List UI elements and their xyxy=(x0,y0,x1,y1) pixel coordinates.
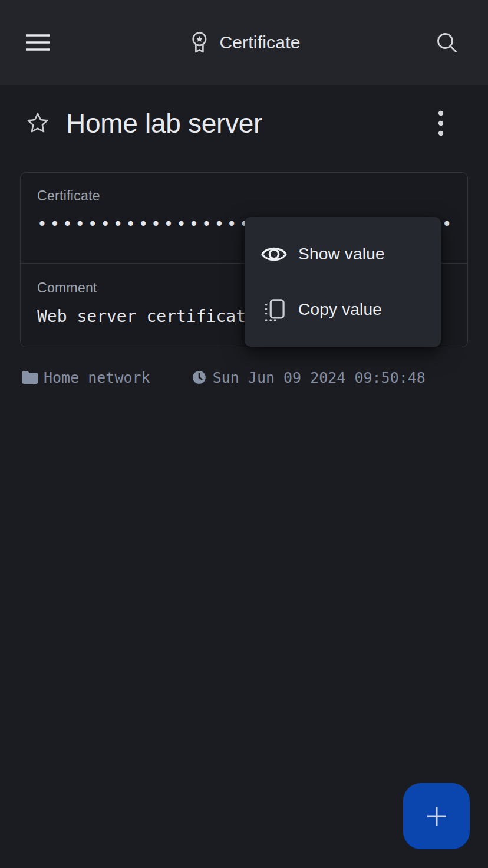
certificate-award-icon xyxy=(187,30,211,55)
certificate-field-label: Certificate xyxy=(37,187,451,205)
favorite-star-button[interactable] xyxy=(25,110,51,136)
timestamp-chip: Sun Jun 09 2024 09:50:48 xyxy=(192,369,426,386)
entry-meta-row: Home network Sun Jun 09 2024 09:50:48 xyxy=(21,366,469,389)
entry-title: Home lab server xyxy=(66,107,262,139)
entry-detail-screen: Certificate Home lab server Certif xyxy=(0,0,488,868)
menu-item-copy-value[interactable]: Copy value xyxy=(245,282,441,337)
field-context-menu: Show value Copy value xyxy=(245,217,441,347)
hamburger-icon xyxy=(26,33,50,52)
timestamp-value: Sun Jun 09 2024 09:50:48 xyxy=(213,369,426,386)
group-name: Home network xyxy=(44,369,150,386)
eye-icon xyxy=(261,241,288,268)
menu-item-label: Copy value xyxy=(298,300,382,319)
menu-item-label: Show value xyxy=(298,245,385,264)
page-title: Certificate xyxy=(219,32,300,52)
hamburger-menu-button[interactable] xyxy=(24,29,52,55)
search-icon xyxy=(435,31,459,54)
clock-icon xyxy=(192,370,207,385)
folder-icon xyxy=(21,369,39,386)
star-icon xyxy=(25,111,50,136)
menu-item-show-value[interactable]: Show value xyxy=(245,226,441,282)
entry-header: Home lab server xyxy=(0,106,488,140)
app-bar: Certificate xyxy=(0,0,488,85)
app-bar-title-group: Certificate xyxy=(187,30,300,55)
add-entry-fab[interactable] xyxy=(403,783,470,849)
group-chip[interactable]: Home network xyxy=(21,369,150,386)
search-button[interactable] xyxy=(433,29,461,55)
copy-icon xyxy=(261,296,288,323)
plus-icon xyxy=(426,805,448,827)
kebab-menu-icon xyxy=(436,110,446,137)
overflow-menu-button[interactable] xyxy=(428,109,454,137)
